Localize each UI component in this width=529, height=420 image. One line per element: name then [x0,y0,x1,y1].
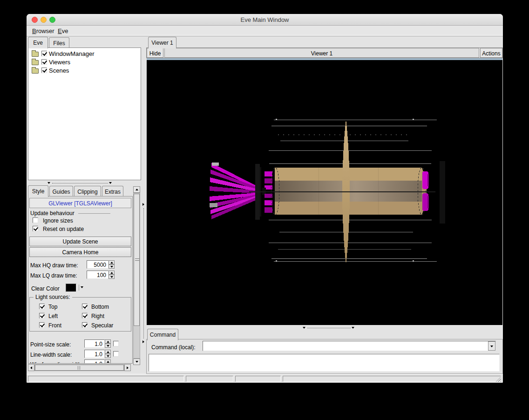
max-hq-stepper[interactable] [109,260,115,269]
minimize-button[interactable] [41,17,47,23]
title-bar[interactable]: Eve Main Window [27,14,503,26]
update-behaviour-group: Update behaviour [30,210,110,217]
point-size-label: Point-size scale: [30,341,71,348]
reset-on-update-label: Reset on update [43,226,84,232]
line-width-stepper[interactable] [105,350,111,358]
wireframe-stepper[interactable] [105,359,111,364]
command-panel: Command (local): [146,339,503,374]
light-right-checkbox[interactable] [82,313,88,318]
viewer-toolbar: Hide Viewer 1 Actions [146,47,503,58]
status-section-3 [235,376,281,382]
folder-icon [32,52,39,57]
command-input[interactable] [203,341,496,351]
spin-up-icon[interactable] [105,359,111,364]
light-left-checkbox[interactable] [39,313,45,318]
splitter-arrow-icon [303,327,305,329]
spin-down-icon[interactable] [109,275,115,279]
tab-style[interactable]: Style [28,185,48,197]
menu-eve[interactable]: Eve [54,26,72,36]
scroll-right-icon[interactable] [124,364,131,371]
hide-button[interactable]: Hide [147,48,163,58]
thumb-grip [135,258,139,261]
wireframe-input[interactable]: 1.0 [84,359,105,364]
menu-bar: Browser Eve [27,26,503,36]
max-hq-input[interactable]: 5000 [87,260,109,269]
scroll-down-icon[interactable] [133,359,140,365]
combo-dropdown-icon[interactable] [488,341,495,351]
command-splitter[interactable] [147,326,502,330]
command-output[interactable] [149,354,500,372]
tab-viewer-1[interactable]: Viewer 1 [148,37,176,48]
spin-down-icon[interactable] [105,354,111,358]
tree-row-scenes[interactable]: Scenes [28,67,141,75]
light-sources-group: Light sources: Top Bottom Left Right Fro… [29,297,131,332]
light-specular-checkbox[interactable] [82,322,88,328]
max-lq-stepper[interactable] [109,271,115,279]
tree-label[interactable]: WindowManager [49,50,95,57]
command-label: Command (local): [151,344,196,351]
spin-up-icon[interactable] [105,339,111,344]
max-lq-input[interactable]: 100 [87,271,109,279]
scrollbar-thumb[interactable] [35,365,124,371]
tab-eve[interactable]: Eve [28,37,48,48]
tree-checkbox-viewers[interactable] [41,59,47,65]
zoom-button[interactable] [49,17,55,23]
eve-tree-view: WindowManager Viewers Scenes [28,47,141,180]
splitter-arrow-icon [142,340,144,343]
splitter-dots [307,328,351,328]
status-section-2 [186,376,233,382]
tab-guides[interactable]: Guides [49,186,73,196]
tree-checkbox-windowmanager[interactable] [41,51,47,56]
horizontal-splitter[interactable] [28,181,141,185]
command-combobox[interactable] [203,341,496,351]
tab-extras[interactable]: Extras [102,186,123,196]
style-panel-hscrollbar[interactable] [28,364,131,371]
spin-up-icon[interactable] [109,260,115,264]
scroll-up-icon[interactable] [133,186,140,193]
status-section-1 [28,376,184,382]
close-button[interactable] [32,17,38,23]
line-width-checkbox[interactable] [113,351,119,357]
point-size-input[interactable]: 1.0 [84,339,105,348]
group-rule [78,213,110,217]
actions-button[interactable]: Actions [480,48,502,58]
spin-up-icon[interactable] [105,350,111,354]
splitter-arrow-icon [352,327,354,329]
light-bottom-checkbox[interactable] [82,304,88,309]
splitter-arrow-icon [109,182,112,184]
camera-home-button[interactable]: Camera Home [29,247,131,257]
light-front-checkbox[interactable] [39,322,45,328]
tree-label[interactable]: Scenes [49,67,69,74]
point-size-checkbox[interactable] [113,341,119,346]
tab-command[interactable]: Command [147,329,178,340]
light-top-checkbox[interactable] [39,304,45,309]
vertical-splitter[interactable] [142,37,146,374]
splitter-dots [143,208,144,339]
max-lq-label: Max LQ draw time: [30,272,77,279]
tree-row-windowmanager[interactable]: WindowManager [28,50,141,58]
divider [79,285,79,291]
ignore-sizes-checkbox[interactable] [33,217,38,223]
tree-row-viewers[interactable]: Viewers [28,58,141,67]
tab-files[interactable]: Files [49,37,69,48]
clear-color-dropdown-icon[interactable] [81,286,83,288]
reset-on-update-checkbox[interactable] [33,226,38,231]
scroll-left-icon[interactable] [28,364,34,371]
status-section-4 [283,376,501,382]
spin-up-icon[interactable] [109,271,115,275]
gl-viewport[interactable] [147,60,502,325]
scrollbar-thumb[interactable] [134,194,140,326]
clear-color-swatch[interactable] [66,284,76,292]
line-width-input[interactable]: 1.0 [84,350,105,358]
spin-down-icon[interactable] [109,264,115,269]
tree-label[interactable]: Viewers [49,59,70,66]
splitter-arrow-icon [142,203,144,206]
tab-clipping[interactable]: Clipping [74,186,101,196]
point-size-stepper[interactable] [105,339,111,348]
tree-checkbox-scenes[interactable] [41,68,47,73]
style-panel-vscrollbar[interactable] [133,186,140,365]
splitter-dots [52,183,108,183]
spin-down-icon[interactable] [105,344,111,348]
update-scene-button[interactable]: Update Scene [29,237,131,246]
glviewer-header[interactable]: GLViewer [TGLSAViewer] [29,198,131,208]
